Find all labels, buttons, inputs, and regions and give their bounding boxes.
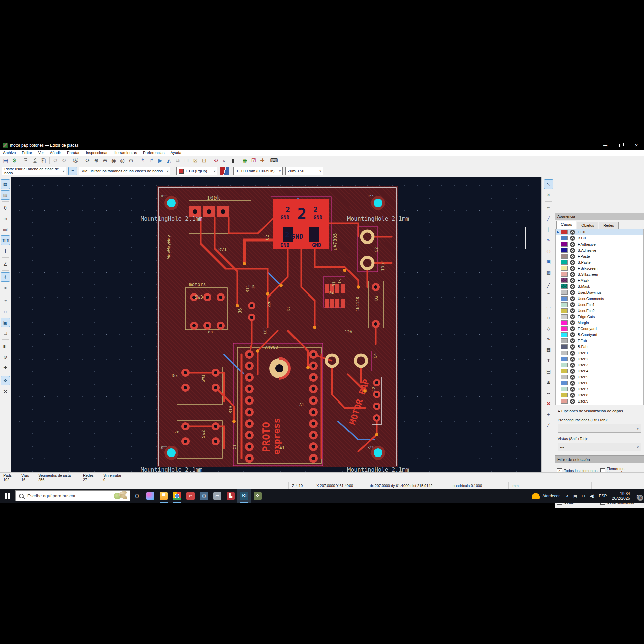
- ratsnest-toggle[interactable]: ✳: [1, 272, 10, 282]
- layer-color-swatch[interactable]: [561, 248, 568, 253]
- copilot-icon[interactable]: [144, 489, 157, 503]
- layer-color-swatch[interactable]: [561, 320, 568, 325]
- presets-dropdown[interactable]: ---∨: [558, 424, 641, 433]
- layer-color-swatch[interactable]: [561, 278, 568, 283]
- update-pcb-button[interactable]: ⟲: [211, 157, 220, 165]
- measure-tool[interactable]: ∕: [544, 420, 553, 430]
- layer-visibility-eye-icon[interactable]: [570, 242, 575, 247]
- layer-row-user.6[interactable]: ▶User.6: [556, 380, 643, 386]
- crossprobe-toggle[interactable]: ✚: [1, 363, 10, 372]
- layer-visibility-eye-icon[interactable]: [570, 266, 575, 271]
- pdf-icon[interactable]: ▙: [224, 489, 237, 503]
- local-ratsnest-tool[interactable]: ⌗: [544, 203, 553, 213]
- snipping-icon[interactable]: ✂: [184, 489, 197, 503]
- layer-row-user.drawings[interactable]: ▶User.Drawings: [556, 289, 643, 296]
- views-dropdown[interactable]: ---∨: [558, 443, 641, 451]
- layer-visibility-eye-icon[interactable]: [570, 290, 575, 295]
- tablet-icon[interactable]: ▤: [573, 494, 577, 498]
- layer-row-user.3[interactable]: ▶User.3: [556, 362, 643, 368]
- layer-color-swatch[interactable]: [561, 332, 568, 337]
- bezier-tool[interactable]: ∿: [544, 334, 553, 344]
- pcb-canvas[interactable]: MountingHole_2.1mmMountingHole_2.1mmMoun…: [11, 177, 541, 472]
- zoom-fit-button[interactable]: ◉: [109, 157, 118, 165]
- grid-visibility-toggle[interactable]: ▦: [1, 179, 10, 189]
- taskbar-clock[interactable]: 19:34 26/2/2026: [612, 491, 630, 501]
- rotate-cw-button[interactable]: ↱: [147, 157, 156, 165]
- grid-size-dropdown[interactable]: 0.1000 mm (0.0039 in) ∨: [233, 167, 283, 175]
- layer-color-swatch[interactable]: [561, 369, 568, 373]
- layer-visibility-eye-icon[interactable]: [570, 230, 575, 235]
- layer-visibility-eye-icon[interactable]: [570, 357, 575, 362]
- layer-visibility-eye-icon[interactable]: [570, 314, 575, 319]
- task-view-button[interactable]: ⊟: [130, 489, 144, 503]
- zoom-dropdown[interactable]: Zum 3.50 ∨: [285, 167, 323, 175]
- flip-button[interactable]: ▶: [156, 157, 165, 165]
- redo-button[interactable]: ↻: [60, 157, 68, 165]
- zoom-objects-button[interactable]: ◎: [118, 157, 127, 165]
- zoom-selection-button[interactable]: ⊙: [127, 157, 136, 165]
- tools-properties-toggle[interactable]: ⚒: [1, 387, 10, 396]
- layer-color-swatch[interactable]: [561, 344, 568, 349]
- zone-tool[interactable]: ▨: [544, 268, 553, 277]
- layer-visibility-eye-icon[interactable]: [570, 254, 575, 259]
- layer-display-options-expander[interactable]: ▸ Opciones de visualización de capas: [555, 405, 644, 415]
- layer-color-swatch[interactable]: [561, 326, 568, 331]
- pcb-board[interactable]: MountingHole_2.1mmMountingHole_2.1mmMoun…: [157, 186, 398, 467]
- layer-row-f.adhesive[interactable]: ▶F.Adhesive: [556, 241, 643, 247]
- layer-color-swatch[interactable]: [561, 314, 568, 319]
- file-explorer-icon[interactable]: ▀: [157, 489, 170, 503]
- minimize-button[interactable]: —: [598, 141, 613, 150]
- layer-color-swatch[interactable]: [561, 284, 568, 289]
- layer-row-edge.cuts[interactable]: ▶Edge.Cuts: [556, 314, 643, 320]
- layer-row-b.cu[interactable]: ▶B.Cu: [556, 235, 643, 241]
- layer-visibility-eye-icon[interactable]: [570, 326, 575, 331]
- highlight-net-tool[interactable]: ✕: [544, 190, 553, 200]
- zoom-out-button[interactable]: ⊖: [101, 157, 109, 165]
- close-button[interactable]: ✕: [629, 141, 644, 150]
- layer-pair-indicator[interactable]: [220, 167, 229, 175]
- active-layer-dropdown[interactable]: F.Cu (PgUp) ∨: [176, 167, 217, 175]
- layer-row-b.silkscreen[interactable]: ▶B.Silkscreen: [556, 271, 643, 277]
- layer-visibility-eye-icon[interactable]: [570, 381, 575, 386]
- text-tool[interactable]: T: [544, 356, 553, 365]
- kicad-icon[interactable]: Ki: [237, 489, 251, 503]
- footprints-outline-toggle[interactable]: ◧: [1, 341, 10, 351]
- layer-color-swatch[interactable]: [561, 393, 568, 397]
- dimension-tool[interactable]: ↔: [544, 388, 553, 397]
- plot-board-button[interactable]: ▮: [229, 157, 237, 165]
- layer-visibility-eye-icon[interactable]: [570, 302, 575, 307]
- arc-tool[interactable]: ⌒: [544, 291, 553, 301]
- layer-row-user.9[interactable]: ▶User.9: [556, 398, 643, 404]
- layer-visibility-eye-icon[interactable]: [570, 278, 575, 283]
- layer-visibility-eye-icon[interactable]: [570, 272, 575, 277]
- tracks-outline-toggle[interactable]: ≋: [1, 296, 10, 306]
- netlist-check-button[interactable]: ☑: [249, 157, 258, 165]
- layer-visibility-eye-icon[interactable]: [570, 260, 575, 265]
- menu-editar[interactable]: Editar: [19, 150, 35, 156]
- layer-row-user.4[interactable]: ▶User.4: [556, 368, 643, 374]
- layer-color-swatch[interactable]: [561, 363, 568, 367]
- layer-row-b.courtyard[interactable]: ▶B.Courtyard: [556, 332, 643, 338]
- find-button[interactable]: Ⓐ: [71, 157, 80, 165]
- tune-length-tool[interactable]: ∿: [544, 235, 553, 245]
- menu-enrutar[interactable]: Enrutar: [64, 150, 83, 156]
- layer-row-user.1[interactable]: ▶User.1: [556, 350, 643, 356]
- layer-row-user.8[interactable]: ▶User.8: [556, 392, 643, 398]
- layer-visibility-eye-icon[interactable]: [570, 387, 575, 392]
- layer-visibility-eye-icon[interactable]: [570, 320, 575, 325]
- undo-button[interactable]: ↺: [51, 157, 60, 165]
- layer-row-user.2[interactable]: ▶User.2: [556, 356, 643, 362]
- layer-visibility-eye-icon[interactable]: [570, 399, 575, 404]
- menu-preferencias[interactable]: Preferencias: [140, 150, 168, 156]
- layer-row-user.eco1[interactable]: ▶User.Eco1: [556, 302, 643, 308]
- layer-row-b.paste[interactable]: ▶B.Paste: [556, 259, 643, 265]
- ungroup-button[interactable]: □: [182, 157, 191, 165]
- layer-color-swatch[interactable]: [561, 266, 568, 271]
- curved-ratsnest-toggle[interactable]: ≈: [1, 283, 10, 292]
- language-indicator[interactable]: ESP: [599, 494, 607, 498]
- layer-visibility-eye-icon[interactable]: [570, 375, 575, 380]
- board-setup-button[interactable]: ⚙: [10, 157, 19, 165]
- weather-widget[interactable]: Atardecer: [532, 493, 560, 499]
- footprint-editor-button[interactable]: ▦: [240, 157, 249, 165]
- layer-row-f.silkscreen[interactable]: ▶F.Silkscreen: [556, 265, 643, 271]
